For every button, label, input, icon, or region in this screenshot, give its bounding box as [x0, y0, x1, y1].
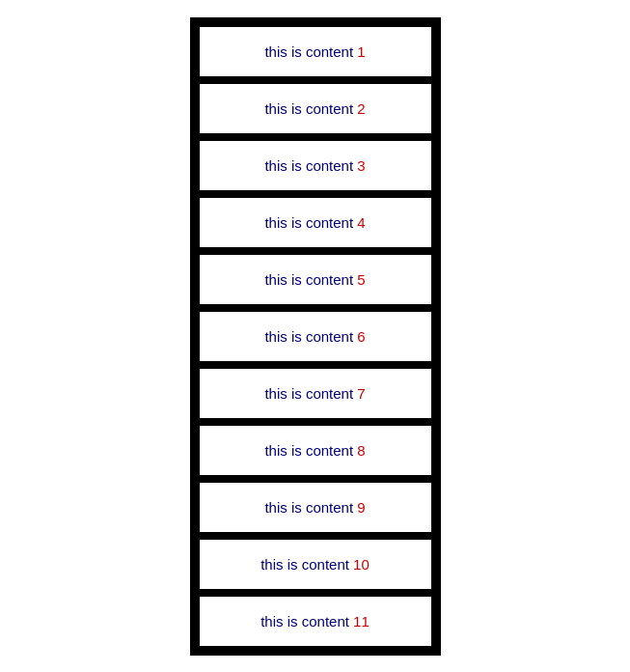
- content-label-8: this is content 8: [264, 442, 365, 459]
- content-item-8: this is content 8: [198, 424, 433, 477]
- content-label-2: this is content 2: [264, 100, 365, 117]
- content-item-3: this is content 3: [198, 139, 433, 192]
- content-label-9: this is content 9: [264, 499, 365, 516]
- content-number-7: 7: [357, 385, 365, 402]
- content-number-9: 9: [357, 499, 365, 516]
- content-label-7: this is content 7: [264, 385, 365, 402]
- content-item-11: this is content 11: [198, 595, 433, 648]
- content-number-1: 1: [357, 43, 365, 60]
- content-label-4: this is content 4: [264, 214, 365, 231]
- content-item-4: this is content 4: [198, 196, 433, 249]
- content-label-5: this is content 5: [264, 271, 365, 288]
- content-number-11: 11: [353, 613, 370, 630]
- content-item-2: this is content 2: [198, 82, 433, 135]
- content-number-5: 5: [357, 271, 365, 288]
- content-label-3: this is content 3: [264, 157, 365, 174]
- content-number-6: 6: [357, 328, 365, 345]
- content-label-1: this is content 1: [264, 43, 365, 60]
- content-item-1: this is content 1: [198, 25, 433, 78]
- content-number-4: 4: [357, 214, 365, 231]
- content-label-11: this is content 11: [260, 613, 370, 630]
- content-label-10: this is content 10: [260, 556, 370, 573]
- content-number-8: 8: [357, 442, 365, 459]
- content-label-6: this is content 6: [264, 328, 365, 345]
- content-item-5: this is content 5: [198, 253, 433, 306]
- content-item-10: this is content 10: [198, 538, 433, 591]
- content-item-6: this is content 6: [198, 310, 433, 363]
- content-list: this is content 1this is content 2this i…: [190, 17, 441, 656]
- content-item-7: this is content 7: [198, 367, 433, 420]
- content-number-3: 3: [357, 157, 365, 174]
- content-number-2: 2: [357, 100, 365, 117]
- content-number-10: 10: [353, 556, 370, 573]
- content-item-9: this is content 9: [198, 481, 433, 534]
